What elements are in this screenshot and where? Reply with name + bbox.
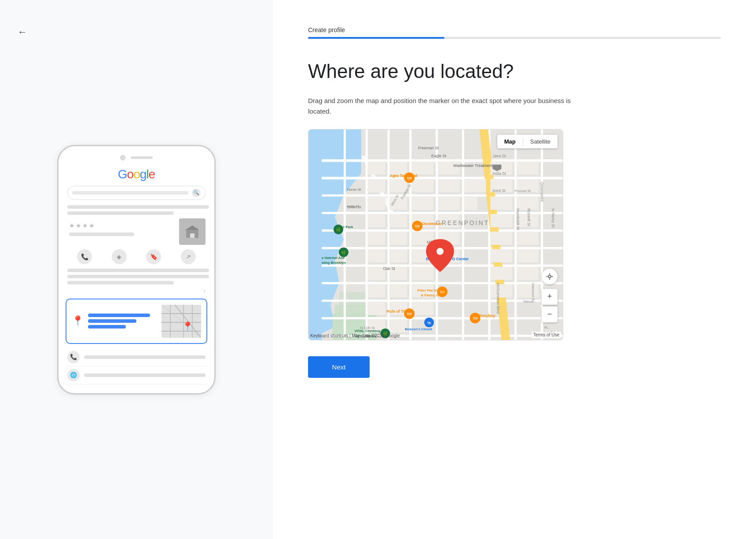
description-text: Drag and zoom the map and position the m… [308,96,572,117]
back-arrow-icon: ← [18,26,27,38]
star-2: ★ [76,222,81,229]
svg-rect-34 [387,129,389,340]
svg-point-158 [548,275,551,278]
svg-rect-17 [308,129,322,340]
svg-text:N 11th St: N 11th St [360,326,375,330]
svg-rect-91 [517,249,539,262]
svg-text:Agra Taj Mahal: Agra Taj Mahal [389,173,417,177]
svg-rect-19 [335,305,370,322]
svg-rect-32 [344,129,346,340]
svg-rect-84 [490,196,512,210]
location-pin-icon: 📍 [72,315,84,327]
progress-section: Create profile [308,26,721,39]
svg-rect-73 [389,284,407,297]
svg-marker-1 [185,225,199,230]
svg-rect-79 [389,319,407,332]
svg-text:Huron St: Huron St [347,188,361,192]
blue-line-3 [88,325,126,329]
logo-g: G [118,167,127,181]
progress-bar-fill [308,37,444,39]
map-zoom-in-btn[interactable]: + [542,289,558,305]
svg-rect-62 [389,232,407,245]
svg-text:Wastewater Treatment...: Wastewater Treatment... [453,163,496,167]
chevron-right-icon: › [67,287,206,294]
svg-text:Ponyboy: Ponyboy [479,314,495,318]
next-button[interactable]: Next [308,356,370,378]
search-icon: 🔍 [192,188,201,197]
highlight-lines [88,314,157,329]
map-zoom-out-btn[interactable]: − [542,306,558,322]
phone-action-save: 🔖 [146,249,161,264]
svg-text:Oak St: Oak St [383,266,396,270]
map-attribution-terms[interactable]: Terms of Use [532,332,561,338]
svg-rect-86 [490,214,512,227]
svg-text:Diamond St: Diamond St [531,283,535,301]
highlight-card: 📍 [66,299,207,344]
svg-rect-75 [368,302,385,315]
placeholder-line-2 [67,211,174,215]
svg-rect-54 [411,196,433,210]
bottom-line-1 [84,355,206,359]
logo-e: e [149,167,155,181]
placeholder-line-4 [67,269,209,272]
bottom-icon-phone: 📞 [67,351,80,363]
svg-text:Rule of Thirds: Rule of Thirds [386,309,413,314]
phone-bottom-item-1: 📞 [66,348,207,366]
progress-label: Create profile [308,26,721,33]
phone-bottom-item-2: 🌐 [66,366,207,384]
svg-rect-57 [368,214,385,227]
svg-rect-44 [389,161,407,174]
stars-row: ★ ★ ★ ★ [69,222,174,229]
svg-rect-43 [368,161,385,174]
map-thumb-pin: 📍 [182,321,193,332]
svg-rect-30 [322,317,563,319]
svg-rect-71 [411,266,433,280]
back-button[interactable]: ← [18,26,27,38]
bottom-icon-globe: 🌐 [67,369,80,381]
svg-rect-50 [438,179,460,192]
svg-text:Beacon's Closet: Beacon's Closet [405,327,432,331]
phone-content: Google 🔍 ★ ★ ★ ★ [66,167,207,384]
svg-rect-2 [190,233,195,238]
svg-rect-35 [409,129,411,340]
svg-text:Freeman St: Freeman St [418,146,439,150]
star-4: ★ [89,222,95,229]
logo-o2: o [133,167,140,181]
placeholder-line-5 [67,275,209,278]
svg-text:Peter Pan Donut: Peter Pan Donut [417,288,444,292]
svg-text:& Pastry Shop: & Pastry Shop [421,293,445,297]
map-container[interactable]: Eagle St Freeman St Green St Huron St In… [308,129,563,340]
svg-text:McGuinness Blvd: McGuinness Blvd [496,283,500,314]
svg-rect-23 [322,194,563,196]
map-toggle[interactable]: Map Satellite [497,135,558,148]
phone-top-bar [66,155,207,160]
svg-rect-39 [514,129,517,340]
map-background[interactable]: Eagle St Freeman St Green St Huron St In… [308,129,563,340]
svg-text:Greenpoint: Greenpoint [540,182,544,202]
progress-bar-track [308,37,721,39]
store-icon-placeholder [179,218,206,245]
map-controls: + − [542,269,558,322]
svg-text:e Hatchet Axe: e Hatchet Axe [322,256,345,260]
svg-text:Russell St: Russell St [527,208,531,226]
svg-text:🌿: 🌿 [341,250,346,255]
map-toggle-map-btn[interactable]: Map [497,135,523,148]
blue-line-1 [88,314,150,317]
svg-rect-93 [517,266,539,280]
google-logo: Google [66,167,207,181]
svg-rect-69 [368,266,385,280]
map-location-btn[interactable] [542,269,558,284]
svg-text:India St: India St [347,204,360,208]
map-toggle-satellite-btn[interactable]: Satellite [523,135,558,148]
svg-rect-49 [411,179,433,192]
svg-rect-92 [490,266,512,280]
svg-rect-36 [436,129,438,340]
placeholder-line-1 [67,205,209,209]
map-svg[interactable]: Eagle St Freeman St Green St Huron St In… [308,129,563,340]
left-panel: ← Google 🔍 ★ [0,0,273,539]
logo-o1: o [127,167,134,181]
placeholder-line-3 [69,233,134,236]
action-icons-row: 📞 ◈ 🔖 ↗ [67,249,206,264]
svg-text:Java St: Java St [492,154,506,158]
svg-rect-81 [517,161,539,174]
